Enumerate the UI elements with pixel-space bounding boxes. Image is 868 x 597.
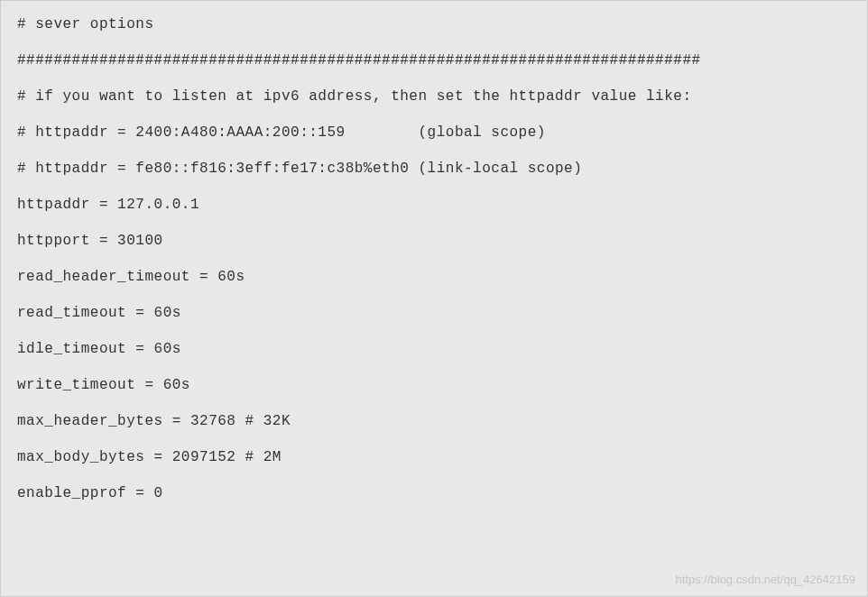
code-line: read_timeout = 60s xyxy=(17,302,851,324)
code-line: httpport = 30100 xyxy=(17,230,851,252)
config-code-block: # sever options ########################… xyxy=(0,0,868,597)
code-line: enable_pprof = 0 xyxy=(17,482,851,504)
code-line: httpaddr = 127.0.0.1 xyxy=(17,194,851,216)
code-line: # sever options xyxy=(17,14,851,35)
code-line: # if you want to listen at ipv6 address,… xyxy=(17,86,851,107)
code-line: # httpaddr = fe80::f816:3eff:fe17:c38b%e… xyxy=(17,158,851,179)
code-line: max_body_bytes = 2097152 # 2M xyxy=(17,446,851,468)
code-line: # httpaddr = 2400:A480:AAAA:200::159 (gl… xyxy=(17,122,851,143)
code-line: max_header_bytes = 32768 # 32K xyxy=(17,410,851,432)
code-line: read_header_timeout = 60s xyxy=(17,266,851,288)
code-line: idle_timeout = 60s xyxy=(17,338,851,360)
code-line: ########################################… xyxy=(17,50,851,71)
code-line: write_timeout = 60s xyxy=(17,374,851,396)
watermark-text: https://blog.csdn.net/qq_42642159 xyxy=(676,573,856,586)
